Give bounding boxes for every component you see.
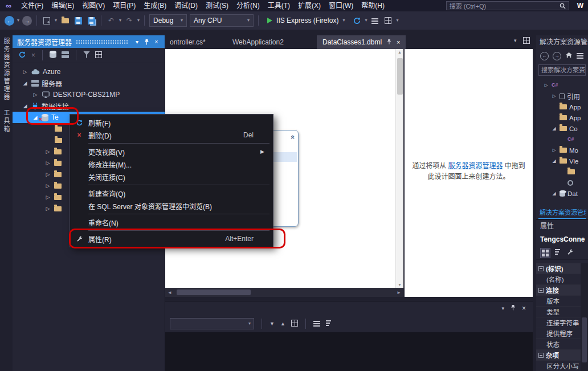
stop-refresh-icon[interactable]: ×	[31, 51, 35, 59]
menu-help[interactable]: 帮助(H)	[357, 0, 389, 11]
menu-test[interactable]: 测试(S)	[202, 0, 232, 11]
context-menu-change-view[interactable]: 更改视图(V) ▶	[70, 145, 273, 158]
designer-horizontal-scrollbar[interactable]: ◄ ►	[165, 288, 403, 297]
start-debugging-button[interactable]: IIS Express (Firefox) ▾	[263, 14, 349, 27]
undo-icon[interactable]: ↶	[106, 15, 116, 26]
scrollbar-thumb[interactable]	[397, 58, 403, 95]
expander-icon[interactable]: ▷	[551, 93, 557, 99]
toolbar-overflow-icon[interactable]: ▾	[396, 18, 398, 23]
property-pages-wrench-icon[interactable]	[566, 248, 574, 258]
close-icon[interactable]: ×	[152, 39, 161, 45]
scroll-right-icon[interactable]: ►	[397, 290, 401, 295]
tree-item-references[interactable]: ▷引用	[536, 91, 588, 101]
save-icon[interactable]	[73, 15, 83, 26]
pin-tab-icon[interactable]	[386, 38, 392, 46]
redo-icon[interactable]: ↷	[124, 15, 134, 26]
forward-icon[interactable]: →	[553, 52, 561, 60]
tab-controller-cs[interactable]: ontroller.cs*	[164, 35, 211, 49]
collapse-all-icon[interactable]	[577, 52, 583, 60]
expander-icon[interactable]: ▷	[551, 148, 557, 153]
server-explorer-header[interactable]: 服务器资源管理器 ▾ ×	[13, 35, 165, 48]
menu-file[interactable]: 文件(F)	[17, 0, 47, 11]
expander-icon[interactable]: ◢	[551, 158, 557, 164]
window-list-icon[interactable]	[523, 37, 530, 45]
undo-caret-icon[interactable]: ▾	[119, 18, 121, 23]
browser-link-refresh-icon[interactable]	[352, 15, 362, 26]
menu-tools[interactable]: 工具(T)	[264, 0, 294, 11]
context-menu-browse-in-sql-server-object-explorer[interactable]: 在 SQL Server 对象资源管理器中浏览(B)	[70, 199, 273, 212]
designer-vertical-scrollbar[interactable]: ▲ ▼	[395, 49, 403, 288]
tree-item-folder[interactable]: App	[536, 112, 588, 123]
context-menu-refresh[interactable]: 刷新(F)	[70, 116, 273, 129]
context-menu-rename[interactable]: 重命名(N)	[70, 216, 273, 229]
tree-item-servers[interactable]: ◢ 服务器	[13, 78, 165, 89]
redo-caret-icon[interactable]: ▾	[137, 18, 140, 23]
expander-icon[interactable]: ▷	[543, 83, 549, 88]
expander-icon[interactable]: ▷	[22, 69, 28, 75]
scrollbar-thumb[interactable]	[177, 290, 251, 295]
new-project-icon[interactable]	[42, 15, 52, 26]
word-wrap-icon[interactable]	[313, 320, 320, 328]
toggle-columns-icon[interactable]	[326, 320, 333, 328]
expander-icon[interactable]: ◢	[22, 103, 28, 109]
tab-webapplication2[interactable]: WebApplication2	[227, 35, 289, 49]
browser-link-caret-icon[interactable]: ▾	[365, 18, 367, 23]
back-icon[interactable]: ←	[540, 52, 549, 60]
new-project-caret-icon[interactable]: ▾	[55, 18, 57, 23]
window-position-icon[interactable]: ▾	[132, 39, 142, 45]
tree-item-folder[interactable]	[536, 166, 588, 177]
connect-to-server-icon[interactable]	[62, 51, 69, 60]
context-menu-delete[interactable]: × 删除(D) Del	[70, 129, 273, 141]
drag-grip[interactable]	[76, 39, 128, 44]
menu-project[interactable]: 项目(P)	[109, 0, 140, 11]
expander-icon[interactable]: ▷	[44, 194, 51, 200]
solution-explorer-search-input[interactable]: 搜索解决方案资源管理器	[538, 64, 586, 76]
collapse-category-icon[interactable]	[538, 353, 544, 358]
pin-icon[interactable]	[142, 39, 152, 45]
expander-icon[interactable]: ◢	[22, 80, 28, 86]
tree-item-views[interactable]: ◢Vie	[536, 156, 588, 166]
tab-dataclasses1-dbml[interactable]: DataClasses1.dbml ×	[317, 35, 406, 49]
active-files-dropdown-icon[interactable]: ▾	[514, 38, 517, 43]
menu-extensions[interactable]: 扩展(X)	[294, 0, 325, 11]
context-menu-new-query[interactable]: 新建查询(Q)	[70, 187, 273, 199]
categorized-icon[interactable]	[540, 248, 550, 258]
collapse-category-icon[interactable]	[538, 266, 544, 271]
scroll-up-icon[interactable]: ▲	[398, 50, 402, 54]
output-source-combo[interactable]: ▾	[170, 318, 254, 329]
open-file-icon[interactable]	[60, 15, 70, 26]
window-position-icon[interactable]: ▾	[501, 305, 504, 311]
close-tab-icon[interactable]: ×	[397, 39, 400, 46]
tree-item-csharp-file[interactable]: C#	[536, 134, 588, 145]
scroll-to-start-icon[interactable]: ▲	[280, 321, 285, 327]
properties-scrollbar[interactable]	[581, 263, 588, 371]
dbml-methods-pane[interactable]: 通过将项从 服务器资源管理器 中拖到 此设计图面上来创建方法。	[405, 49, 533, 297]
pin-icon[interactable]	[510, 304, 516, 312]
connect-to-database-icon[interactable]	[50, 51, 56, 60]
tree-item-desktop-cbs21mp[interactable]: ▷ DESKTOP-CBS21MP	[13, 89, 165, 100]
tree-item-controllers[interactable]: ◢Co	[536, 123, 588, 134]
scroll-down-icon[interactable]: ▼	[398, 283, 402, 287]
navigate-forward-button[interactable]: →	[22, 16, 32, 26]
scroll-to-end-icon[interactable]: ▼	[270, 321, 275, 327]
save-all-icon[interactable]	[86, 15, 96, 26]
context-menu-modify-connection[interactable]: 修改连接(M)...	[70, 158, 273, 170]
expander-icon[interactable]: ▷	[44, 183, 51, 189]
home-icon[interactable]	[565, 51, 573, 60]
menu-window[interactable]: 窗口(W)	[325, 0, 357, 11]
alphabetical-sort-icon[interactable]	[555, 248, 562, 257]
scrollbar-thumb[interactable]	[582, 317, 587, 362]
refresh-icon[interactable]	[18, 51, 26, 60]
expander-icon[interactable]: ◢	[551, 191, 557, 196]
solution-configuration-combo[interactable]: Debug ▾	[149, 14, 187, 27]
filter-icon[interactable]	[83, 51, 90, 60]
expander-icon[interactable]: ◢	[551, 126, 557, 131]
tab-server-explorer-vertical[interactable]: 服务器资源管理器	[2, 38, 11, 101]
tree-item-azure[interactable]: ▷ Azure	[13, 66, 165, 78]
menu-debug[interactable]: 调试(D)	[170, 0, 202, 11]
live-share-icon[interactable]	[370, 15, 380, 26]
preview-changes-icon[interactable]	[383, 15, 393, 26]
expander-icon[interactable]: ▷	[44, 172, 51, 177]
server-explorer-link[interactable]: 服务器资源管理器	[448, 162, 503, 170]
context-menu-properties[interactable]: 属性(R) Alt+Enter	[70, 233, 273, 245]
